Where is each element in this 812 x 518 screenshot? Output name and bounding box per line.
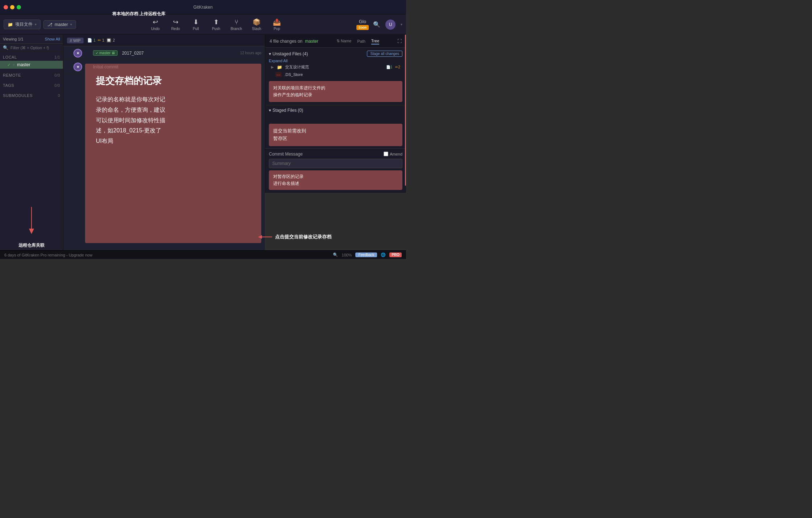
pull-button[interactable]: ⬇ Pull — [189, 18, 203, 31]
master-label: master — [17, 62, 30, 67]
search-icon[interactable]: 🔍 — [373, 21, 380, 28]
undo-label: Undo — [151, 27, 160, 31]
tab-tree[interactable]: Tree — [371, 38, 379, 44]
overlay-title: 提交存档的记录 — [96, 75, 250, 87]
sort-icon: ⇅ — [337, 39, 340, 43]
unstaged-section: ▾ Unstaged Files (4) Stage all changes E… — [265, 48, 406, 105]
bottom-annotation: 点击提交当前修改记录存档 — [258, 234, 402, 240]
branch-button-label: Branch — [231, 27, 242, 31]
staged-title: ▾ Staged Files (0) — [269, 108, 303, 113]
svg-marker-1 — [29, 229, 34, 234]
commit-summary-input[interactable] — [269, 159, 402, 168]
folder-button[interactable]: 📁 项目文件 ▾ — [4, 20, 41, 29]
sidebar-remote-annotation — [0, 207, 63, 236]
network-icon: 🌐 — [381, 252, 386, 257]
bottom-annotation-text: 点击提交当前修改记录存档 — [275, 234, 331, 240]
minimize-button[interactable] — [10, 5, 14, 9]
glo-label: Glo — [359, 19, 366, 24]
maximize-button[interactable] — [17, 5, 21, 9]
close-button[interactable] — [4, 5, 8, 9]
local-section-header[interactable]: LOCAL 1/1 — [0, 54, 63, 61]
branch-button[interactable]: ⑂ Branch — [229, 18, 244, 31]
window-title: GitKraken — [193, 5, 212, 10]
ds-file-name: .DS_Store — [284, 72, 400, 77]
app-window: GitKraken 📁 项目文件 ▾ ⎇ master ▾ 将本地的存档 上传远… — [0, 0, 406, 259]
glo-section: Glo Soon — [356, 19, 369, 30]
toolbar-center: ↩ Undo ↪ Redo ⬇ Pull ⬆ Push ⑂ Branch 📦 S… — [77, 18, 355, 31]
redo-icon: ↪ — [173, 18, 178, 26]
traffic-lights — [4, 5, 21, 9]
chevron-avatar-icon: ▾ — [401, 22, 402, 26]
file-badge-stage: 📄 1 — [87, 38, 96, 43]
graph-area: // WIP 📄 1 ✏ 1 🔲 2 ★ ✓ master 🖥 2017_020… — [63, 35, 265, 250]
checkmark-icon: ✓ — [7, 63, 10, 67]
staged-annotation: 提交当前需改到 暂存区 — [269, 124, 402, 146]
pull-icon: ⬇ — [193, 18, 199, 26]
stash-label: Stash — [252, 27, 261, 31]
stage-all-button[interactable]: Stage all changes — [367, 51, 402, 57]
expand-all-label: Expand All — [269, 58, 288, 64]
tab-path[interactable]: Path — [357, 38, 365, 44]
status-bar: 6 days of GitKraken Pro remaining - Upgr… — [0, 250, 406, 259]
sidebar-item-master[interactable]: ✓ ⑂ master — [0, 61, 63, 69]
collapse-icon: ▾ — [269, 51, 271, 56]
commit-time-1: 12 hours ago — [240, 51, 261, 55]
viewing-label: Viewing 1/1 — [3, 37, 24, 41]
folder-label: 项目文件 — [15, 21, 33, 27]
file-item-ds[interactable]: — .DS_Store — [269, 71, 402, 78]
graph-row-1[interactable]: ★ ✓ master 🖥 2017_0207 12 hours ago — [63, 46, 265, 60]
file-changes-label: 4 file changes on — [270, 39, 303, 44]
remote-section-header[interactable]: REMOTE 0/0 — [0, 72, 63, 79]
right-panel-header: 4 file changes on master ⇅ Name Path Tre… — [265, 35, 406, 48]
file-item-folder[interactable]: ▶ 📁 交互设计规范 📄1 ✏2 — [269, 63, 402, 71]
show-all-link[interactable]: Show All — [45, 37, 60, 41]
redo-button[interactable]: ↪ Redo — [168, 18, 183, 31]
amend-checkbox[interactable] — [384, 152, 388, 156]
folder-file-icon: 📁 — [277, 65, 282, 70]
expand-icon[interactable]: ⛶ — [397, 39, 402, 44]
branch-tag-1: ✓ master 🖥 — [93, 50, 118, 56]
right-panel-branch-label: master — [305, 39, 318, 44]
stash-button[interactable]: 📦 Stash — [249, 18, 264, 31]
amend-label: Amend — [390, 152, 402, 156]
overlay-body: 记录的名称就是你每次对记 录的命名，方便查询，建议 可以使用时间加修改特性描 述… — [96, 94, 250, 147]
file-badge-1: 📄1 — [386, 65, 393, 69]
name-col-label: ⇅ Name — [337, 39, 351, 43]
staged-header[interactable]: ▾ Staged Files (0) — [269, 108, 402, 113]
sidebar-filter: 🔍 — [0, 44, 63, 52]
submodules-section-header[interactable]: SUBMODULES 0 — [0, 92, 63, 99]
filter-input[interactable] — [10, 46, 60, 50]
graph-node-area-1: ★ — [67, 49, 89, 58]
graph-header: // WIP 📄 1 ✏ 1 🔲 2 — [63, 35, 265, 46]
unstaged-annotation: 对关联的项目库进行文件的 操作产生的临时记录 — [269, 81, 402, 102]
undo-button[interactable]: ↩ Undo — [148, 18, 162, 31]
avatar[interactable]: U — [385, 20, 396, 30]
sidebar-section-remote: REMOTE 0/0 — [0, 70, 63, 80]
submodules-count: 0 — [58, 94, 60, 98]
feedback-button[interactable]: Feedback — [355, 252, 377, 257]
commit-node-2: ★ — [73, 63, 82, 71]
toolbar-right: Glo Soon 🔍 U ▾ — [356, 19, 403, 30]
branch-selector-button[interactable]: ⎇ master ▾ — [43, 20, 76, 29]
toolbar-left: 📁 项目文件 ▾ ⎇ master ▾ — [4, 20, 76, 29]
branch-selector-label: master — [55, 22, 68, 27]
commit-node-1: ★ — [73, 49, 82, 58]
tags-section-header[interactable]: TAGS 0/0 — [0, 82, 63, 89]
push-icon: ⬆ — [213, 18, 219, 26]
remote-count: 0/0 — [55, 73, 60, 77]
zoom-icon: 🔍 — [333, 252, 338, 257]
file-badge-other: 🔲 2 — [106, 38, 115, 43]
local-count: 1/1 — [55, 55, 60, 59]
sidebar-section-local: LOCAL 1/1 ✓ ⑂ master — [0, 52, 63, 70]
expand-all-row[interactable]: Expand All — [269, 58, 402, 63]
branch-type-icon: ⑂ — [13, 63, 15, 67]
toolbar-icons: 🔍 U ▾ — [373, 20, 402, 30]
toolbar: 📁 项目文件 ▾ ⎇ master ▾ 将本地的存档 上传远程仓库 ↩ Undo… — [0, 14, 406, 35]
pop-button[interactable]: 📤 Pop — [270, 18, 284, 31]
push-button[interactable]: ⬆ Push — [209, 18, 223, 31]
tags-label: TAGS — [3, 83, 14, 88]
file-changes-info: 4 file changes on master — [270, 39, 318, 44]
local-label: LOCAL — [3, 55, 17, 59]
right-panel-wrapper: 4 file changes on master ⇅ Name Path Tre… — [265, 35, 406, 250]
amend-row: Amend — [384, 152, 402, 156]
